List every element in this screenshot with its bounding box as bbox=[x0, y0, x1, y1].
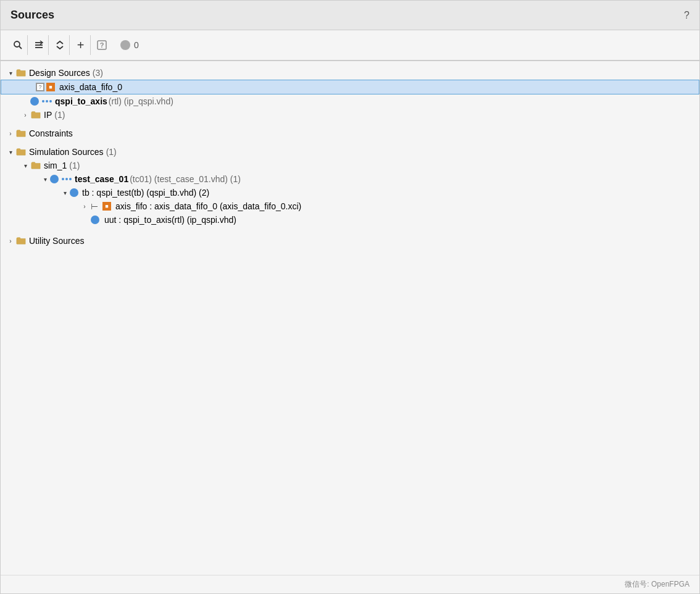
uut-circle-icon bbox=[91, 215, 99, 224]
axis-data-fifo-row[interactable]: ? ■ axis_data_fifo_0 bbox=[1, 80, 699, 94]
status-indicator: 0 bbox=[120, 40, 139, 50]
design-sources-folder-icon bbox=[15, 68, 27, 78]
sim1-count: (1) bbox=[69, 161, 80, 170]
tb-chevron: ▾ bbox=[60, 188, 70, 198]
axis-fifo-row[interactable]: › ⊢ ■ axis_fifo : axis_data_fifo_0 (axis… bbox=[1, 199, 699, 213]
design-sources-row[interactable]: ▾ Design Sources (3) bbox=[1, 66, 699, 80]
simulation-sources-folder-icon bbox=[15, 147, 27, 157]
status-count: 0 bbox=[134, 40, 139, 50]
ip-folder-icon bbox=[30, 110, 41, 120]
ip-chevron: › bbox=[20, 110, 30, 120]
tb-circle-icon bbox=[70, 188, 78, 197]
sim1-chevron: ▾ bbox=[20, 161, 30, 170]
test-case-01-label-bold: test_case_01 bbox=[75, 174, 128, 184]
simulation-sources-count: (1) bbox=[106, 147, 117, 157]
add-icon: + bbox=[77, 39, 85, 51]
svg-line-1 bbox=[19, 46, 22, 49]
search-icon bbox=[13, 40, 23, 50]
test-case-01-circle-icon bbox=[50, 175, 59, 183]
simulation-sources-label: Simulation Sources bbox=[29, 147, 104, 157]
utility-sources-row[interactable]: › Utility Sources bbox=[1, 234, 699, 248]
axis-data-fifo-label: axis_data_fifo_0 bbox=[59, 82, 122, 92]
design-sources-count: (3) bbox=[93, 68, 103, 78]
utility-sources-chevron: › bbox=[6, 236, 15, 246]
test-case-01-dots-icon bbox=[61, 178, 72, 180]
qspi-dots-icon bbox=[41, 100, 52, 102]
constraints-folder-icon bbox=[15, 128, 27, 138]
ip-count: (1) bbox=[54, 110, 65, 120]
constraints-row[interactable]: › Constraints bbox=[1, 127, 699, 140]
test-case-01-row[interactable]: ▾ test_case_01 (tc01) (test_case_01.vhd)… bbox=[1, 172, 699, 186]
watermark-text: 微信号: OpenFPGA bbox=[625, 580, 690, 588]
qspi-to-axis-label-suffix: (rtl) (ip_qspi.vhd) bbox=[109, 96, 173, 106]
status-dot bbox=[120, 40, 130, 50]
uut-row[interactable]: uut : qspi_to_axis(rtl) (ip_qspi.vhd) bbox=[1, 213, 699, 227]
panel-title: Sources bbox=[10, 9, 54, 22]
svg-text:?: ? bbox=[100, 41, 104, 49]
sources-panel: Sources ? + bbox=[0, 0, 700, 594]
hierarchy-icon: ⊢ bbox=[90, 201, 99, 211]
test-case-01-chevron: ▾ bbox=[40, 174, 50, 184]
help-icon[interactable]: ? bbox=[684, 10, 690, 21]
info-icon: ? bbox=[97, 40, 107, 50]
qspi-to-axis-row[interactable]: qspi_to_axis (rtl) (ip_qspi.vhd) bbox=[1, 94, 699, 108]
qspi-to-axis-label-bold: qspi_to_axis bbox=[55, 96, 107, 106]
constraints-chevron: › bbox=[6, 128, 15, 138]
ip-row[interactable]: › IP (1) bbox=[1, 108, 699, 122]
sim1-label: sim_1 bbox=[44, 161, 67, 170]
qspi-circle-icon bbox=[30, 97, 39, 106]
tb-label: tb : qspi_test(tb) (qspi_tb.vhd) (2) bbox=[82, 188, 209, 198]
collapse-all-icon bbox=[34, 40, 44, 50]
uut-label: uut : qspi_to_axis(rtl) (ip_qspi.vhd) bbox=[104, 215, 236, 225]
info-button[interactable]: ? bbox=[92, 35, 112, 55]
svg-point-0 bbox=[14, 41, 20, 47]
test-case-01-suffix: (tc01) (test_case_01.vhd) (1) bbox=[130, 174, 241, 184]
add-button[interactable]: + bbox=[71, 35, 91, 55]
simulation-sources-chevron: ▾ bbox=[6, 147, 15, 157]
axis-fifo-chevron: › bbox=[80, 201, 90, 211]
utility-sources-label: Utility Sources bbox=[29, 236, 84, 246]
design-sources-label: Design Sources bbox=[29, 68, 90, 78]
panel-header: Sources ? bbox=[1, 1, 699, 30]
constraints-label: Constraints bbox=[29, 128, 73, 138]
axis-fifo-label: axis_fifo : axis_data_fifo_0 (axis_data_… bbox=[115, 201, 301, 211]
simulation-sources-row[interactable]: ▾ Simulation Sources (1) bbox=[1, 145, 699, 159]
axis-fifo-orange-box-icon: ■ bbox=[102, 202, 111, 211]
design-sources-chevron: ▾ bbox=[6, 68, 15, 78]
search-button[interactable] bbox=[8, 35, 28, 55]
footer-watermark: 微信号: OpenFPGA bbox=[1, 575, 699, 593]
tree-content[interactable]: ▾ Design Sources (3) ? ■ axis_data_fifo_… bbox=[1, 61, 699, 575]
utility-sources-folder-icon bbox=[15, 236, 27, 246]
orange-box-icon: ■ bbox=[46, 83, 55, 91]
sim1-row[interactable]: ▾ sim_1 (1) bbox=[1, 159, 699, 172]
sim1-folder-icon bbox=[30, 161, 41, 170]
ip-label: IP bbox=[44, 110, 52, 120]
expand-collapse-icon bbox=[55, 40, 65, 50]
expand-collapse-button[interactable] bbox=[50, 35, 70, 55]
collapse-all-button[interactable] bbox=[29, 35, 49, 55]
tb-qspi-test-row[interactable]: ▾ tb : qspi_test(tb) (qspi_tb.vhd) (2) bbox=[1, 186, 699, 199]
toolbar: + ? 0 bbox=[1, 30, 699, 61]
question-box-icon: ? bbox=[36, 83, 44, 91]
